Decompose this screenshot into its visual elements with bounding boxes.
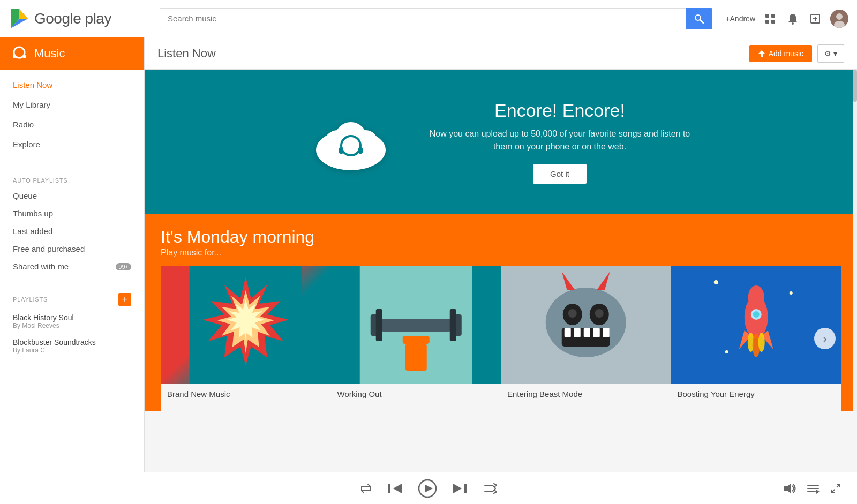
playlists-section-label: PLAYLISTS: [13, 296, 48, 303]
last-added-label: Last added: [13, 227, 52, 236]
orange-section-subtitle: Play music for...: [161, 248, 841, 258]
playlist-black-history-soul[interactable]: Black History Soul By Mosi Reeves: [0, 309, 144, 334]
apps-grid-icon[interactable]: [763, 11, 778, 26]
upload-icon: [758, 50, 765, 57]
previous-button[interactable]: [388, 483, 402, 494]
next-cards-button[interactable]: ›: [814, 328, 836, 349]
svg-rect-9: [765, 20, 769, 24]
promo-title: Encore! Encore!: [426, 100, 694, 121]
svg-point-62: [753, 311, 759, 318]
svg-rect-36: [381, 319, 450, 332]
play-button[interactable]: [418, 479, 437, 498]
svg-line-6: [700, 20, 703, 23]
got-it-button[interactable]: Got it: [533, 164, 587, 184]
svg-marker-71: [425, 485, 433, 492]
shared-with-me-label: Shared with me: [13, 262, 69, 271]
svg-point-67: [758, 333, 764, 352]
playlist-blockbuster-soundtracks[interactable]: Blockbuster Soundtracks By Laura C: [0, 334, 144, 358]
svg-point-42: [546, 288, 626, 357]
sidebar-music-header: Music: [0, 37, 144, 70]
sidebar-item-queue[interactable]: Queue: [0, 187, 144, 205]
playlist-name: Black History Soul: [13, 313, 74, 322]
next-icon: [453, 483, 467, 494]
card-brand-new-music[interactable]: Brand New Music: [161, 266, 331, 411]
settings-button[interactable]: ⚙ ▾: [817, 44, 844, 63]
orange-section-title: It's Monday morning: [161, 227, 841, 247]
svg-point-60: [748, 285, 764, 309]
orange-section: It's Monday morning Play music for...: [145, 214, 857, 411]
svg-rect-48: [565, 328, 571, 337]
scrollbar-track[interactable]: [853, 70, 857, 411]
playlist-info-2: Blockbuster Soundtracks By Laura C: [13, 338, 96, 354]
sidebar-item-radio[interactable]: Radio: [0, 115, 144, 134]
card-brand-new-image: [161, 266, 331, 384]
svg-marker-21: [758, 50, 765, 57]
notification-icon[interactable]: [785, 11, 800, 26]
svg-rect-19: [13, 55, 16, 58]
user-link[interactable]: +Andrew: [725, 14, 755, 23]
svg-rect-73: [464, 484, 467, 493]
svg-point-56: [713, 280, 718, 284]
queue-button[interactable]: [807, 483, 820, 494]
shuffle-icon: [483, 483, 497, 494]
expand-button[interactable]: [830, 483, 841, 494]
sidebar-item-my-library[interactable]: My Library: [0, 95, 144, 115]
header-actions: Add music ⚙ ▾: [749, 44, 844, 63]
sidebar-item-last-added[interactable]: Last added: [0, 222, 144, 240]
play-icon: [418, 479, 437, 498]
svg-rect-28: [358, 147, 363, 154]
search-icon: [694, 13, 704, 24]
next-track-button[interactable]: [453, 483, 467, 494]
sidebar-item-free-purchased[interactable]: Free and purchased: [0, 240, 144, 258]
shared-badge: 99+: [116, 263, 131, 270]
user-avatar[interactable]: [830, 10, 848, 28]
main-content: Listen Now Add music ⚙ ▾: [145, 37, 857, 472]
card-boosting-label: Boosting Your Energy: [671, 384, 841, 411]
queue-list-icon: [807, 483, 820, 494]
playlist-info: Black History Soul By Mosi Reeves: [13, 313, 74, 329]
svg-rect-52: [603, 328, 610, 337]
svg-rect-51: [593, 328, 600, 337]
playlist-name-2: Blockbuster Soundtracks: [13, 338, 96, 347]
playlists-divider: [0, 280, 144, 280]
sidebar-item-shared-with-me[interactable]: Shared with me 99+: [0, 258, 144, 275]
promo-banner: Encore! Encore! Now you can upload up to…: [145, 70, 857, 214]
svg-point-57: [789, 291, 792, 295]
shuffle-button[interactable]: [483, 483, 497, 494]
card-beast-mode[interactable]: Entering Beast Mode: [501, 266, 671, 411]
add-window-icon[interactable]: [808, 11, 823, 26]
main-header: Listen Now Add music ⚙ ▾: [145, 37, 857, 70]
svg-rect-40: [405, 344, 426, 371]
logo-area: Google play: [9, 8, 153, 29]
repeat-button[interactable]: [360, 483, 372, 494]
volume-button[interactable]: [783, 483, 796, 494]
search-button[interactable]: [686, 8, 712, 29]
sidebar-item-listen-now[interactable]: Listen Now: [0, 75, 144, 95]
auto-playlists-label: AUTO PLAYLISTS: [0, 169, 144, 187]
music-cards-row: Brand New Music: [161, 266, 841, 411]
sidebar-item-thumbs-up[interactable]: Thumbs up: [0, 205, 144, 222]
svg-marker-74: [784, 484, 791, 493]
card-beast-mode-image: [501, 266, 671, 384]
scrollbar-thumb[interactable]: [853, 70, 857, 102]
playlist-by-2: By Laura C: [13, 347, 96, 354]
card-beast-mode-label: Entering Beast Mode: [501, 384, 671, 411]
gear-icon: ⚙: [824, 49, 831, 58]
logo-text: Google play: [34, 10, 111, 27]
expand-icon: [830, 483, 841, 494]
svg-rect-10: [771, 20, 775, 24]
page-title: Listen Now: [157, 47, 216, 61]
svg-point-25: [354, 130, 378, 154]
nav-divider: [0, 164, 144, 164]
svg-marker-3: [19, 9, 28, 19]
card-working-out[interactable]: Working Out: [331, 266, 501, 411]
add-music-button[interactable]: Add music: [749, 45, 812, 62]
svg-marker-68: [393, 484, 402, 493]
add-playlist-button[interactable]: +: [118, 293, 131, 306]
settings-dropdown-arrow: ▾: [833, 49, 837, 58]
search-input[interactable]: [160, 8, 686, 29]
sidebar: Music Listen Now My Library Radio Explor…: [0, 37, 145, 472]
svg-point-46: [595, 309, 604, 318]
sidebar-item-explore[interactable]: Explore: [0, 134, 144, 154]
repeat-icon: [360, 483, 372, 494]
